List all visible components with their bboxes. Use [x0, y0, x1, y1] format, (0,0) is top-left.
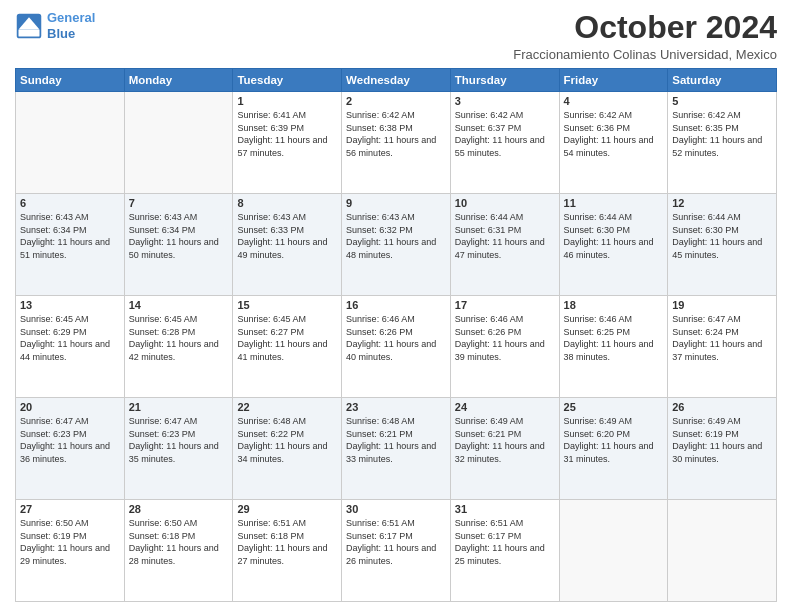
day-info: Sunrise: 6:47 AMSunset: 6:23 PMDaylight:… — [20, 415, 120, 465]
day-info: Sunrise: 6:45 AMSunset: 6:27 PMDaylight:… — [237, 313, 337, 363]
calendar-cell — [668, 500, 777, 602]
title-block: October 2024 Fraccionamiento Colinas Uni… — [513, 10, 777, 62]
calendar-cell: 9Sunrise: 6:43 AMSunset: 6:32 PMDaylight… — [342, 194, 451, 296]
day-info: Sunrise: 6:43 AMSunset: 6:34 PMDaylight:… — [20, 211, 120, 261]
calendar-week-row: 1Sunrise: 6:41 AMSunset: 6:39 PMDaylight… — [16, 92, 777, 194]
col-header-tuesday: Tuesday — [233, 69, 342, 92]
day-info: Sunrise: 6:45 AMSunset: 6:28 PMDaylight:… — [129, 313, 229, 363]
logo-icon — [15, 12, 43, 40]
day-number: 27 — [20, 503, 120, 515]
day-number: 8 — [237, 197, 337, 209]
day-number: 31 — [455, 503, 555, 515]
calendar-cell: 25Sunrise: 6:49 AMSunset: 6:20 PMDayligh… — [559, 398, 668, 500]
day-number: 25 — [564, 401, 664, 413]
day-info: Sunrise: 6:51 AMSunset: 6:18 PMDaylight:… — [237, 517, 337, 567]
day-info: Sunrise: 6:48 AMSunset: 6:22 PMDaylight:… — [237, 415, 337, 465]
day-number: 22 — [237, 401, 337, 413]
day-info: Sunrise: 6:42 AMSunset: 6:38 PMDaylight:… — [346, 109, 446, 159]
col-header-friday: Friday — [559, 69, 668, 92]
calendar-cell: 11Sunrise: 6:44 AMSunset: 6:30 PMDayligh… — [559, 194, 668, 296]
calendar-cell: 22Sunrise: 6:48 AMSunset: 6:22 PMDayligh… — [233, 398, 342, 500]
day-number: 14 — [129, 299, 229, 311]
calendar-cell: 12Sunrise: 6:44 AMSunset: 6:30 PMDayligh… — [668, 194, 777, 296]
calendar-cell: 27Sunrise: 6:50 AMSunset: 6:19 PMDayligh… — [16, 500, 125, 602]
location-title: Fraccionamiento Colinas Universidad, Mex… — [513, 47, 777, 62]
day-number: 16 — [346, 299, 446, 311]
day-info: Sunrise: 6:49 AMSunset: 6:21 PMDaylight:… — [455, 415, 555, 465]
day-info: Sunrise: 6:42 AMSunset: 6:37 PMDaylight:… — [455, 109, 555, 159]
calendar-cell: 21Sunrise: 6:47 AMSunset: 6:23 PMDayligh… — [124, 398, 233, 500]
logo-general: General — [47, 10, 95, 25]
day-number: 30 — [346, 503, 446, 515]
day-number: 2 — [346, 95, 446, 107]
day-number: 28 — [129, 503, 229, 515]
svg-rect-2 — [19, 29, 40, 36]
day-info: Sunrise: 6:41 AMSunset: 6:39 PMDaylight:… — [237, 109, 337, 159]
month-title: October 2024 — [513, 10, 777, 45]
day-info: Sunrise: 6:44 AMSunset: 6:30 PMDaylight:… — [672, 211, 772, 261]
day-number: 3 — [455, 95, 555, 107]
day-info: Sunrise: 6:46 AMSunset: 6:25 PMDaylight:… — [564, 313, 664, 363]
day-info: Sunrise: 6:50 AMSunset: 6:19 PMDaylight:… — [20, 517, 120, 567]
day-info: Sunrise: 6:47 AMSunset: 6:23 PMDaylight:… — [129, 415, 229, 465]
day-info: Sunrise: 6:42 AMSunset: 6:36 PMDaylight:… — [564, 109, 664, 159]
calendar-week-row: 13Sunrise: 6:45 AMSunset: 6:29 PMDayligh… — [16, 296, 777, 398]
logo: General Blue — [15, 10, 95, 41]
calendar-cell: 4Sunrise: 6:42 AMSunset: 6:36 PMDaylight… — [559, 92, 668, 194]
calendar-cell: 18Sunrise: 6:46 AMSunset: 6:25 PMDayligh… — [559, 296, 668, 398]
day-number: 24 — [455, 401, 555, 413]
calendar-week-row: 20Sunrise: 6:47 AMSunset: 6:23 PMDayligh… — [16, 398, 777, 500]
day-number: 19 — [672, 299, 772, 311]
day-info: Sunrise: 6:43 AMSunset: 6:33 PMDaylight:… — [237, 211, 337, 261]
day-number: 7 — [129, 197, 229, 209]
day-info: Sunrise: 6:49 AMSunset: 6:19 PMDaylight:… — [672, 415, 772, 465]
calendar-header-row: SundayMondayTuesdayWednesdayThursdayFrid… — [16, 69, 777, 92]
calendar-cell: 26Sunrise: 6:49 AMSunset: 6:19 PMDayligh… — [668, 398, 777, 500]
calendar-cell: 30Sunrise: 6:51 AMSunset: 6:17 PMDayligh… — [342, 500, 451, 602]
day-number: 17 — [455, 299, 555, 311]
calendar-cell: 14Sunrise: 6:45 AMSunset: 6:28 PMDayligh… — [124, 296, 233, 398]
calendar-table: SundayMondayTuesdayWednesdayThursdayFrid… — [15, 68, 777, 602]
calendar-cell: 13Sunrise: 6:45 AMSunset: 6:29 PMDayligh… — [16, 296, 125, 398]
day-number: 15 — [237, 299, 337, 311]
day-number: 11 — [564, 197, 664, 209]
day-number: 23 — [346, 401, 446, 413]
day-number: 13 — [20, 299, 120, 311]
day-info: Sunrise: 6:48 AMSunset: 6:21 PMDaylight:… — [346, 415, 446, 465]
calendar-cell: 1Sunrise: 6:41 AMSunset: 6:39 PMDaylight… — [233, 92, 342, 194]
col-header-monday: Monday — [124, 69, 233, 92]
calendar-cell — [559, 500, 668, 602]
day-number: 1 — [237, 95, 337, 107]
calendar-cell: 16Sunrise: 6:46 AMSunset: 6:26 PMDayligh… — [342, 296, 451, 398]
day-number: 20 — [20, 401, 120, 413]
calendar-cell: 19Sunrise: 6:47 AMSunset: 6:24 PMDayligh… — [668, 296, 777, 398]
logo-blue: Blue — [47, 26, 75, 41]
calendar-cell — [124, 92, 233, 194]
calendar-cell: 10Sunrise: 6:44 AMSunset: 6:31 PMDayligh… — [450, 194, 559, 296]
calendar-cell: 17Sunrise: 6:46 AMSunset: 6:26 PMDayligh… — [450, 296, 559, 398]
calendar-cell: 5Sunrise: 6:42 AMSunset: 6:35 PMDaylight… — [668, 92, 777, 194]
header: General Blue October 2024 Fraccionamient… — [15, 10, 777, 62]
col-header-thursday: Thursday — [450, 69, 559, 92]
calendar-cell: 20Sunrise: 6:47 AMSunset: 6:23 PMDayligh… — [16, 398, 125, 500]
calendar-cell: 2Sunrise: 6:42 AMSunset: 6:38 PMDaylight… — [342, 92, 451, 194]
col-header-wednesday: Wednesday — [342, 69, 451, 92]
calendar-cell: 28Sunrise: 6:50 AMSunset: 6:18 PMDayligh… — [124, 500, 233, 602]
calendar-cell: 8Sunrise: 6:43 AMSunset: 6:33 PMDaylight… — [233, 194, 342, 296]
day-number: 18 — [564, 299, 664, 311]
day-info: Sunrise: 6:49 AMSunset: 6:20 PMDaylight:… — [564, 415, 664, 465]
day-number: 9 — [346, 197, 446, 209]
day-number: 21 — [129, 401, 229, 413]
day-info: Sunrise: 6:46 AMSunset: 6:26 PMDaylight:… — [346, 313, 446, 363]
day-number: 4 — [564, 95, 664, 107]
calendar-week-row: 6Sunrise: 6:43 AMSunset: 6:34 PMDaylight… — [16, 194, 777, 296]
page: General Blue October 2024 Fraccionamient… — [0, 0, 792, 612]
calendar-cell: 7Sunrise: 6:43 AMSunset: 6:34 PMDaylight… — [124, 194, 233, 296]
day-info: Sunrise: 6:50 AMSunset: 6:18 PMDaylight:… — [129, 517, 229, 567]
calendar-cell: 15Sunrise: 6:45 AMSunset: 6:27 PMDayligh… — [233, 296, 342, 398]
day-info: Sunrise: 6:42 AMSunset: 6:35 PMDaylight:… — [672, 109, 772, 159]
col-header-saturday: Saturday — [668, 69, 777, 92]
day-info: Sunrise: 6:45 AMSunset: 6:29 PMDaylight:… — [20, 313, 120, 363]
logo-text: General Blue — [47, 10, 95, 41]
day-info: Sunrise: 6:51 AMSunset: 6:17 PMDaylight:… — [455, 517, 555, 567]
